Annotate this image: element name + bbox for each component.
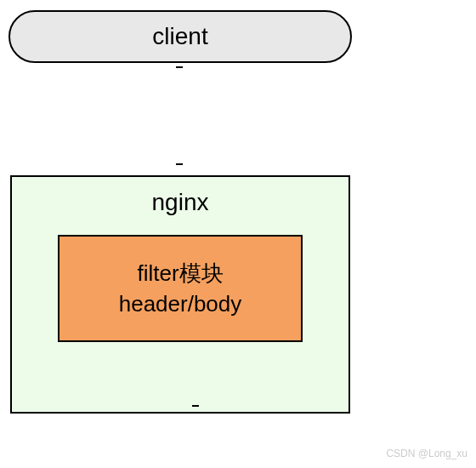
nginx-label: nginx: [152, 189, 209, 216]
connector-tick-bottom: [176, 163, 183, 165]
filter-line2: header/body: [119, 288, 242, 319]
connector-line: [178, 63, 180, 174]
nginx-container: nginx filter模块 header/body: [10, 175, 350, 414]
connector-tick-nginx-bottom: [192, 405, 199, 407]
filter-module-box: filter模块 header/body: [58, 235, 303, 342]
filter-line1: filter模块: [137, 258, 223, 288]
client-label: client: [152, 23, 207, 50]
watermark-text: CSDN @Long_xu: [386, 448, 468, 459]
client-node: client: [8, 10, 352, 63]
